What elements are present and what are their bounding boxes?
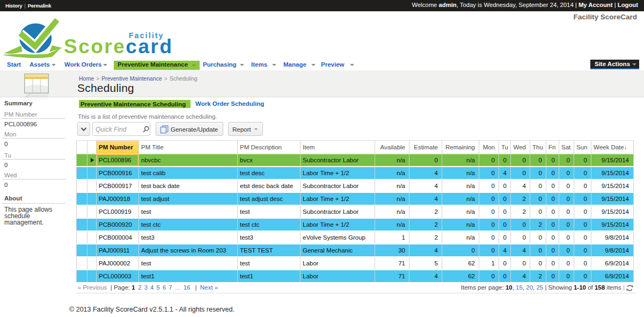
svg-text:Scorecard: Scorecard xyxy=(64,35,173,57)
